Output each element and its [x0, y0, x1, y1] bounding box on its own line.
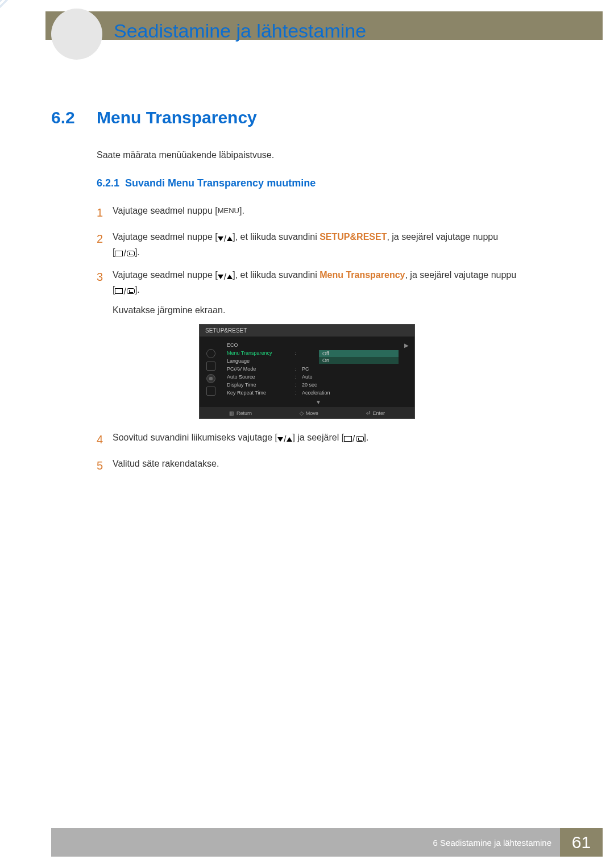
step-number: 2 [97, 230, 113, 260]
osd-main: ▶ ECO Menu Transparency : Language PC/AV… [222, 337, 414, 408]
section-heading: 6.2 Menu Transparency [51, 108, 563, 127]
chapter-number-circle [51, 9, 102, 60]
menu-button-label: MENU [218, 205, 239, 217]
step-body: Vajutage seadmel nuppe [/], et liikuda s… [113, 230, 563, 260]
osd-footer-move: ◇Move [300, 410, 318, 416]
down-up-icon: / [218, 269, 233, 284]
move-icon: ◇ [300, 410, 304, 416]
step-5: 5 Valitud säte rakendatakse. [97, 456, 563, 475]
step-3-after: Kuvatakse järgmine ekraan. [113, 305, 563, 315]
decorative-corner [0, 0, 23, 23]
triangle-down-icon: ▼ [227, 397, 410, 405]
osd-option-on: On [319, 357, 399, 364]
osd-icon [206, 387, 215, 396]
step-2: 2 Vajutage seadmel nuppe [/], et liikuda… [97, 230, 563, 260]
osd-left-icons [200, 337, 222, 408]
osd-row: Display Time : 20 sec [227, 381, 410, 389]
subsection-number: 6.2.1 [97, 177, 119, 189]
osd-footer-return: ▥Return [229, 410, 252, 416]
osd-icon [206, 374, 215, 383]
step-body: Vajutage seadmel nuppu [MENU]. [113, 203, 563, 222]
osd-row: Auto Source : Auto [227, 373, 410, 381]
step-body: Vajutage seadmel nuppe [/], et liikuda s… [113, 268, 563, 298]
content-area: 6.2 Menu Transparency Saate määrata menü… [51, 108, 563, 483]
rect-enter-icon: / [115, 284, 134, 299]
subsection-title: Suvandi Menu Transparency muutmine [125, 177, 316, 189]
highlight-menu-transparency: Menu Transparency [320, 270, 405, 280]
osd-title: SETUP&RESET [200, 325, 414, 337]
step-3: 3 Vajutage seadmel nuppe [/], et liikuda… [97, 268, 563, 298]
footer-chapter-ref: 6 Seadistamine ja lähtestamine [433, 838, 560, 848]
triangle-right-icon: ▶ [404, 342, 409, 348]
step-1: 1 Vajutage seadmel nuppu [MENU]. [97, 203, 563, 222]
osd-row: ECO [227, 341, 410, 349]
osd-footer-enter: ⏎Enter [366, 410, 385, 416]
section-intro: Saate määrata menüüakende läbipaistvuse. [97, 150, 563, 160]
osd-row: Key Repeat Time : Acceleration [227, 389, 410, 397]
return-icon: ▥ [229, 410, 234, 416]
chapter-title: Seadistamine ja lähtestamine [114, 20, 366, 42]
step-body: Soovitud suvandini liikumiseks vajutage … [113, 430, 563, 448]
osd-option-off: Off [319, 350, 399, 357]
enter-icon: ⏎ [366, 410, 371, 416]
osd-footer: ▥Return ◇Move ⏎Enter [200, 408, 414, 418]
step-body: Valitud säte rakendatakse. [113, 456, 563, 475]
subsection-heading: 6.2.1 Suvandi Menu Transparency muutmine [97, 177, 563, 189]
osd-icon [206, 362, 215, 371]
osd-option-popup: Off On [319, 350, 399, 364]
rect-enter-icon: / [115, 246, 134, 261]
section-number: 6.2 [51, 108, 97, 127]
step-number: 1 [97, 203, 113, 222]
step-number: 3 [97, 268, 113, 298]
osd-icon [206, 349, 215, 358]
osd-screenshot: SETUP&RESET ▶ ECO Menu Transparency : La… [199, 324, 415, 419]
step-list-continued: 4 Soovitud suvandini liikumiseks vajutag… [97, 430, 563, 475]
highlight-setup-reset: SETUP&RESET [320, 232, 387, 242]
osd-body: ▶ ECO Menu Transparency : Language PC/AV… [200, 337, 414, 408]
step-list: 1 Vajutage seadmel nuppu [MENU]. 2 Vajut… [97, 203, 563, 297]
down-up-icon: / [218, 231, 233, 246]
osd-row: PC/AV Mode : PC [227, 365, 410, 373]
page-number: 61 [560, 828, 603, 857]
down-up-icon: / [277, 432, 292, 447]
step-number: 4 [97, 430, 113, 448]
step-number: 5 [97, 456, 113, 475]
section-title: Menu Transparency [97, 108, 257, 127]
rect-enter-icon: / [344, 431, 363, 446]
page-footer: 6 Seadistamine ja lähtestamine 61 [51, 828, 603, 857]
step-4: 4 Soovitud suvandini liikumiseks vajutag… [97, 430, 563, 448]
